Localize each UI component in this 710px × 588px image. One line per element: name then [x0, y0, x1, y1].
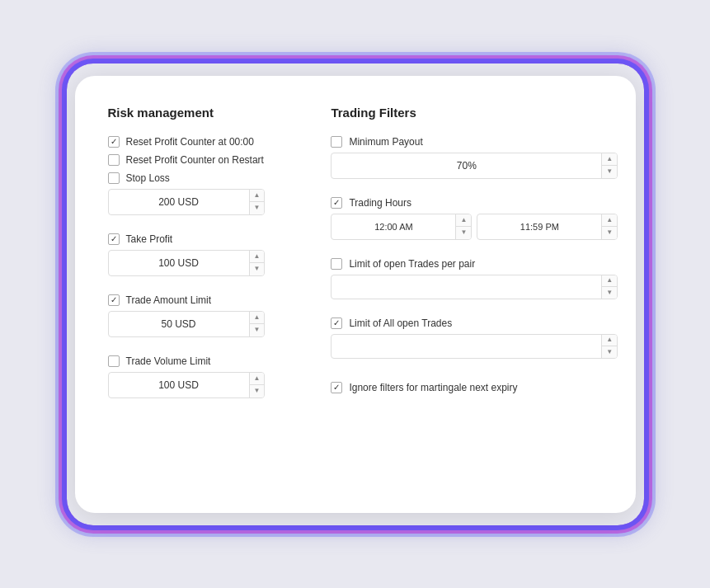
reset-profit-restart-label: Reset Profit Counter on Restart [126, 154, 264, 166]
trading-hours-block: Trading Hours ▲ ▼ ▲ ▼ [331, 197, 618, 252]
take-profit-row: Take Profit [108, 233, 266, 245]
trade-amount-input[interactable] [109, 313, 249, 335]
limit-per-pair-spinner-group: ▲ ▼ [331, 275, 618, 299]
risk-management-section: Risk management Reset Profit Counter at … [108, 106, 266, 480]
trade-volume-row: Trade Volume Limit [108, 355, 266, 367]
take-profit-input-group: ▲ ▼ [108, 250, 266, 276]
trade-volume-label: Trade Volume Limit [126, 355, 211, 367]
trade-volume-increment[interactable]: ▲ [250, 373, 265, 386]
stop-loss-row: Stop Loss [108, 172, 266, 184]
limit-all-trades-spinner-group: ▲ ▼ [331, 334, 618, 359]
trading-filters-title: Trading Filters [331, 106, 618, 120]
ignore-filters-checkbox[interactable] [331, 382, 342, 393]
limit-per-pair-decrement[interactable]: ▼ [602, 287, 617, 299]
limit-all-trades-block: Limit of All open Trades ▲ ▼ [331, 318, 618, 370]
limit-per-pair-label: Limit of open Trades per pair [349, 258, 475, 270]
trading-hours-from-group: ▲ ▼ [331, 214, 472, 240]
minimum-payout-label: Minimum Payout [349, 136, 422, 148]
trading-hours-from-stepper: ▲ ▼ [455, 214, 471, 239]
trade-volume-input[interactable] [109, 374, 249, 396]
main-card: Risk management Reset Profit Counter at … [75, 76, 636, 513]
trading-hours-label: Trading Hours [349, 197, 411, 209]
minimum-payout-input-group: ▲ ▼ [331, 153, 618, 179]
reset-profit-counter-checkbox[interactable] [108, 136, 120, 148]
trading-hours-checkbox[interactable] [331, 197, 342, 209]
ignore-filters-label: Ignore filters for martingale next expir… [349, 382, 517, 393]
stop-loss-checkbox[interactable] [108, 172, 120, 184]
stop-loss-input-group: ▲ ▼ [108, 189, 266, 215]
trade-amount-checkbox[interactable] [108, 294, 120, 306]
limit-per-pair-stepper: ▲ ▼ [601, 275, 617, 299]
trading-filters-section: Trading Filters Minimum Payout ▲ ▼ Tradi… [331, 106, 618, 480]
trade-amount-label: Trade Amount Limit [126, 294, 212, 306]
trading-hours-to-input[interactable] [477, 217, 601, 237]
limit-per-pair-checkbox[interactable] [331, 258, 342, 270]
trade-amount-decrement[interactable]: ▼ [250, 324, 265, 336]
limit-all-trades-row: Limit of All open Trades [331, 318, 618, 329]
trading-hours-to-decrement[interactable]: ▼ [602, 227, 617, 239]
trading-hours-from-decrement[interactable]: ▼ [456, 227, 471, 239]
reset-profit-counter-label: Reset Profit Counter at 00:00 [126, 136, 254, 148]
stop-loss-decrement[interactable]: ▼ [250, 202, 265, 214]
limit-all-trades-decrement[interactable]: ▼ [602, 346, 617, 359]
minimum-payout-stepper: ▲ ▼ [601, 153, 617, 178]
stop-loss-increment[interactable]: ▲ [250, 190, 265, 203]
trading-hours-to-group: ▲ ▼ [477, 214, 618, 240]
trade-volume-stepper: ▲ ▼ [249, 373, 265, 397]
stop-loss-label: Stop Loss [126, 172, 170, 184]
stop-loss-block: Stop Loss ▲ ▼ [108, 172, 266, 227]
take-profit-stepper: ▲ ▼ [249, 251, 265, 275]
limit-all-trades-checkbox[interactable] [331, 318, 342, 329]
minimum-payout-block: Minimum Payout ▲ ▼ [331, 136, 618, 191]
limit-all-trades-stepper: ▲ ▼ [601, 334, 617, 359]
minimum-payout-checkbox[interactable] [331, 136, 342, 148]
stop-loss-stepper: ▲ ▼ [249, 190, 265, 214]
reset-profit-restart-checkbox[interactable] [108, 154, 120, 166]
trade-amount-row: Trade Amount Limit [108, 294, 266, 306]
take-profit-block: Take Profit ▲ ▼ [108, 233, 266, 288]
trade-volume-checkbox[interactable] [108, 355, 120, 367]
trading-hours-from-increment[interactable]: ▲ [456, 214, 471, 228]
trading-hours-time-row: ▲ ▼ ▲ ▼ [331, 214, 618, 240]
trade-volume-block: Trade Volume Limit ▲ ▼ [108, 355, 266, 410]
trade-amount-input-group: ▲ ▼ [108, 311, 266, 337]
take-profit-label: Take Profit [126, 233, 173, 245]
trading-hours-row: Trading Hours [331, 197, 618, 209]
take-profit-input[interactable] [109, 252, 249, 274]
limit-per-pair-increment[interactable]: ▲ [602, 275, 617, 288]
trade-amount-block: Trade Amount Limit ▲ ▼ [108, 294, 266, 349]
minimum-payout-input[interactable] [331, 155, 601, 176]
take-profit-increment[interactable]: ▲ [250, 251, 265, 264]
risk-management-title: Risk management [108, 106, 266, 120]
ignore-filters-row: Ignore filters for martingale next expir… [331, 382, 618, 393]
trade-amount-increment[interactable]: ▲ [250, 312, 265, 325]
trading-hours-to-stepper: ▲ ▼ [601, 214, 617, 239]
trade-volume-input-group: ▲ ▼ [108, 372, 266, 398]
stop-loss-input[interactable] [109, 191, 249, 213]
trading-hours-to-increment[interactable]: ▲ [602, 214, 617, 228]
take-profit-checkbox[interactable] [108, 233, 120, 245]
minimum-payout-decrement[interactable]: ▼ [602, 166, 617, 178]
reset-profit-restart-row: Reset Profit Counter on Restart [108, 154, 266, 166]
trade-amount-stepper: ▲ ▼ [249, 312, 265, 336]
limit-per-pair-row: Limit of open Trades per pair [331, 258, 618, 270]
trading-hours-from-input[interactable] [331, 217, 455, 237]
limit-all-trades-label: Limit of All open Trades [349, 318, 452, 329]
minimum-payout-row: Minimum Payout [331, 136, 618, 148]
limit-all-trades-increment[interactable]: ▲ [602, 334, 617, 347]
reset-profit-counter-row: Reset Profit Counter at 00:00 [108, 136, 266, 148]
trade-volume-decrement[interactable]: ▼ [250, 385, 265, 397]
take-profit-decrement[interactable]: ▼ [250, 263, 265, 275]
minimum-payout-increment[interactable]: ▲ [602, 153, 617, 167]
limit-per-pair-block: Limit of open Trades per pair ▲ ▼ [331, 258, 618, 311]
